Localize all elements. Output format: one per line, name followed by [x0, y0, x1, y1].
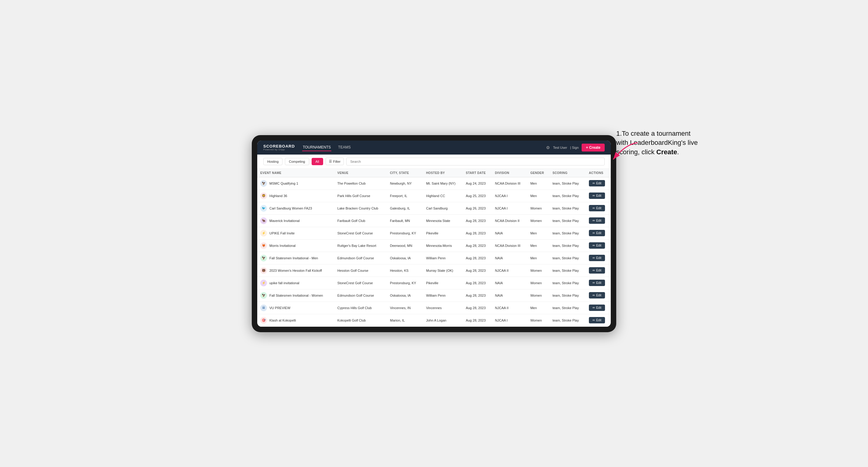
division-cell: NJCAA I: [492, 314, 527, 326]
scoring-cell: team, Stroke Play: [550, 239, 586, 252]
city-state-cell: Deerwood, MN: [387, 239, 423, 252]
table-row: 🏛 VU PREVIEW Cypress Hills Golf Club Vin…: [257, 302, 611, 314]
nav-tournaments[interactable]: TOURNAMENTS: [302, 144, 331, 151]
actions-cell: ✏ Edit: [586, 239, 611, 252]
edit-icon: ✏: [592, 318, 595, 322]
hosted-by-cell: John A Logan: [423, 314, 463, 326]
edit-icon: ✏: [592, 306, 595, 309]
scoring-cell: team, Stroke Play: [550, 264, 586, 277]
col-actions: ACTIONS: [586, 169, 611, 177]
gender-cell: Women: [527, 314, 550, 326]
start-date-cell: Aug 28, 2023: [463, 277, 492, 289]
venue-cell: Hesston Golf Course: [334, 264, 387, 277]
edit-button[interactable]: ✏ Edit: [589, 230, 605, 236]
edit-button[interactable]: ✏ Edit: [589, 217, 605, 224]
event-name-cell: 🐻 2023 Women's Hesston Fall Kickoff: [257, 264, 334, 277]
gender-cell: Women: [527, 214, 550, 227]
hosted-by-cell: Vincennes: [423, 302, 463, 314]
scoring-cell: team, Stroke Play: [550, 177, 586, 189]
edit-button[interactable]: ✏ Edit: [589, 317, 605, 323]
division-cell: NJCAA I: [492, 202, 527, 214]
gender-cell: Women: [527, 289, 550, 302]
hosted-by-cell: Highland CC: [423, 189, 463, 202]
scoring-cell: team, Stroke Play: [550, 227, 586, 239]
edit-button[interactable]: ✏ Edit: [589, 192, 605, 199]
actions-cell: ✏ Edit: [586, 189, 611, 202]
gender-cell: Men: [527, 227, 550, 239]
annotation-area: 1.To create a tournament with Leaderboar…: [616, 129, 701, 157]
city-state-cell: Hesston, KS: [387, 264, 423, 277]
edit-button[interactable]: ✏ Edit: [589, 292, 605, 299]
actions-cell: ✏ Edit: [586, 214, 611, 227]
edit-button[interactable]: ✏ Edit: [589, 267, 605, 274]
search-box: [346, 158, 605, 165]
edit-button[interactable]: ✏ Edit: [589, 242, 605, 249]
event-name-cell: 🎯 Klash at Kokopelli: [257, 314, 334, 326]
actions-cell: ✏ Edit: [586, 252, 611, 264]
edit-button[interactable]: ✏ Edit: [589, 280, 605, 286]
col-city-state: CITY, STATE: [387, 169, 423, 177]
event-name-cell: 🐂 Maverick Invitational: [257, 214, 334, 227]
edit-button[interactable]: ✏ Edit: [589, 180, 605, 186]
edit-icon: ✏: [592, 281, 595, 284]
actions-cell: ✏ Edit: [586, 302, 611, 314]
venue-cell: StoneCrest Golf Course: [334, 277, 387, 289]
edit-icon: ✏: [592, 219, 595, 222]
start-date-cell: Aug 28, 2023: [463, 239, 492, 252]
edit-button[interactable]: ✏ Edit: [589, 205, 605, 211]
scoring-cell: team, Stroke Play: [550, 289, 586, 302]
city-state-cell: Oskaloosa, IA: [387, 252, 423, 264]
tablet-screen: SCOREBOARD Powered by Clipp TOURNAMENTS …: [257, 141, 611, 327]
nav-links: TOURNAMENTS TEAMS: [302, 144, 351, 151]
edit-icon: ✏: [592, 293, 595, 297]
edit-button[interactable]: ✏ Edit: [589, 305, 605, 311]
competing-filter[interactable]: Competing: [285, 158, 309, 165]
sign-in-label[interactable]: | Sign: [570, 146, 579, 149]
filter-icon: ☰: [329, 159, 332, 163]
city-state-cell: Newburgh, NY: [387, 177, 423, 189]
actions-cell: ✏ Edit: [586, 277, 611, 289]
create-button[interactable]: + Create: [582, 144, 605, 152]
tablet-device: SCOREBOARD Powered by Clipp TOURNAMENTS …: [252, 135, 616, 332]
start-date-cell: Aug 28, 2023: [463, 264, 492, 277]
navbar: SCOREBOARD Powered by Clipp TOURNAMENTS …: [257, 141, 611, 155]
toolbar: Hosting Competing All ☰ Filter: [257, 155, 611, 169]
division-cell: NJCAA I: [492, 189, 527, 202]
col-venue: VENUE: [334, 169, 387, 177]
table-row: 🦁 Highland 36 Park Hills Golf Course Fre…: [257, 189, 611, 202]
event-name-cell: 🦊 Morris Invitational: [257, 239, 334, 252]
table-row: ⚡ UPIKE Fall Invite StoneCrest Golf Cour…: [257, 227, 611, 239]
scoring-cell: team, Stroke Play: [550, 202, 586, 214]
city-state-cell: Faribault, MN: [387, 214, 423, 227]
city-state-cell: Galesburg, IL: [387, 202, 423, 214]
table-row: ⚡ upike fall invitational StoneCrest Gol…: [257, 277, 611, 289]
search-input[interactable]: [346, 158, 605, 165]
hosted-by-cell: Mt. Saint Mary (NY): [423, 177, 463, 189]
hosted-by-cell: Carl Sandburg: [423, 202, 463, 214]
gear-icon[interactable]: ⚙: [546, 145, 550, 150]
edit-button[interactable]: ✏ Edit: [589, 255, 605, 261]
start-date-cell: Aug 25, 2023: [463, 189, 492, 202]
col-division: DIVISION: [492, 169, 527, 177]
actions-cell: ✏ Edit: [586, 227, 611, 239]
gender-cell: Men: [527, 252, 550, 264]
actions-cell: ✏ Edit: [586, 177, 611, 189]
hosting-filter[interactable]: Hosting: [263, 158, 282, 165]
start-date-cell: Aug 24, 2023: [463, 177, 492, 189]
col-event-name: EVENT NAME: [257, 169, 334, 177]
start-date-cell: Aug 26, 2023: [463, 202, 492, 214]
gender-cell: Men: [527, 239, 550, 252]
table-row: 🦅 Fall Statesmen Invitational - Men Edmu…: [257, 252, 611, 264]
division-cell: NAIA: [492, 252, 527, 264]
table-row: 🎯 Klash at Kokopelli Kokopelli Golf Club…: [257, 314, 611, 326]
app-logo: SCOREBOARD Powered by Clipp: [263, 144, 295, 151]
table-row: 🐦 Carl Sandburg Women FA23 Lake Bracken …: [257, 202, 611, 214]
gender-cell: Men: [527, 189, 550, 202]
division-cell: NJCAA II: [492, 264, 527, 277]
filter-button[interactable]: ☰ Filter: [326, 158, 344, 165]
all-filter[interactable]: All: [312, 158, 323, 165]
col-start-date: START DATE: [463, 169, 492, 177]
division-cell: NCAA Division II: [492, 214, 527, 227]
edit-icon: ✏: [592, 256, 595, 260]
nav-teams[interactable]: TEAMS: [337, 144, 351, 151]
